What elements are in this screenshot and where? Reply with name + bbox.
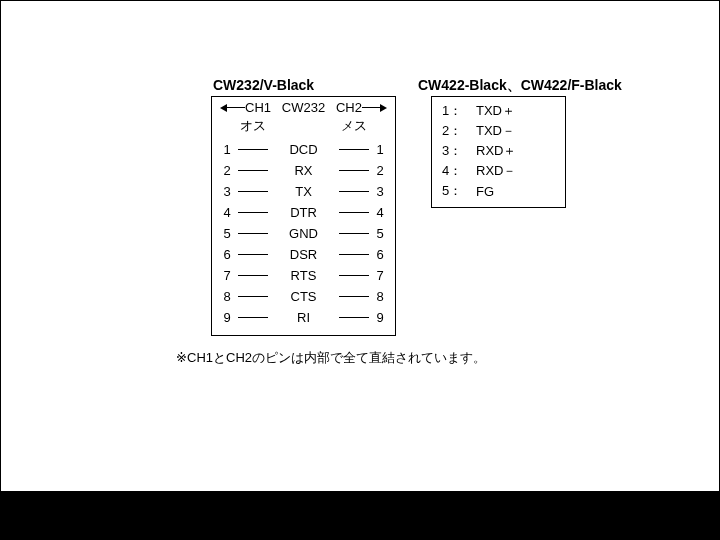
pin-key: 5： bbox=[442, 182, 476, 200]
wire-icon bbox=[238, 233, 268, 234]
signal-name: TXD＋ bbox=[476, 102, 515, 120]
pin-right: 1 bbox=[373, 142, 387, 157]
title-cw232: CW232/V-Black bbox=[213, 77, 314, 93]
pin-left: 8 bbox=[220, 289, 234, 304]
wire-icon bbox=[238, 212, 268, 213]
ch1-label: CH1 bbox=[245, 100, 271, 115]
pin-left: 5 bbox=[220, 226, 234, 241]
pin-key: 1： bbox=[442, 102, 476, 120]
female-label: メス bbox=[341, 117, 367, 135]
ch2-label: CH2 bbox=[336, 100, 362, 115]
wire-icon bbox=[339, 275, 369, 276]
pin-row: 3：RXD＋ bbox=[442, 141, 555, 161]
pin-row: 6DSR6 bbox=[220, 244, 387, 265]
pinout-box-cw232: CH1 CW232 CH2 オス メス 1DCD12RX23TX34DTR45G… bbox=[211, 96, 396, 336]
wire-icon bbox=[238, 275, 268, 276]
signal-name: GND bbox=[286, 226, 321, 241]
pin-row: 2：TXD－ bbox=[442, 121, 555, 141]
wire-icon bbox=[238, 254, 268, 255]
wire-icon bbox=[339, 296, 369, 297]
wire-icon bbox=[339, 149, 369, 150]
pin-row: 3TX3 bbox=[220, 181, 387, 202]
title-cw422: CW422-Black、CW422/F-Black bbox=[418, 77, 622, 95]
pin-right: 9 bbox=[373, 310, 387, 325]
pin-right: 5 bbox=[373, 226, 387, 241]
signal-name: DCD bbox=[286, 142, 320, 157]
pin-right: 8 bbox=[373, 289, 387, 304]
pin-left: 4 bbox=[220, 205, 234, 220]
pin-left: 2 bbox=[220, 163, 234, 178]
wire-icon bbox=[339, 191, 369, 192]
pin-left: 9 bbox=[220, 310, 234, 325]
pin-row: 5GND5 bbox=[220, 223, 387, 244]
pin-left: 3 bbox=[220, 184, 234, 199]
male-label: オス bbox=[240, 117, 266, 135]
signal-name: RXD－ bbox=[476, 162, 516, 180]
pin-row: 1DCD1 bbox=[220, 139, 387, 160]
wire-icon bbox=[339, 212, 369, 213]
pin-row: 1：TXD＋ bbox=[442, 101, 555, 121]
pin-row: 9RI9 bbox=[220, 307, 387, 328]
signal-name: RI bbox=[294, 310, 313, 325]
wire-icon bbox=[238, 296, 268, 297]
pin-list: 1DCD12RX23TX34DTR45GND56DSR67RTS78CTS89R… bbox=[212, 139, 395, 334]
signal-name: CTS bbox=[288, 289, 320, 304]
pin-row: 4DTR4 bbox=[220, 202, 387, 223]
arrow-right-icon: CH2 bbox=[336, 100, 387, 115]
pin-key: 4： bbox=[442, 162, 476, 180]
pin-right: 7 bbox=[373, 268, 387, 283]
signal-name: RTS bbox=[288, 268, 320, 283]
channel-header: CH1 CW232 CH2 bbox=[212, 97, 395, 115]
wire-icon bbox=[339, 254, 369, 255]
pin-row: 4：RXD－ bbox=[442, 161, 555, 181]
wire-icon bbox=[238, 191, 268, 192]
signal-name: DSR bbox=[287, 247, 320, 262]
pin-key: 3： bbox=[442, 142, 476, 160]
signal-name: TXD－ bbox=[476, 122, 515, 140]
diagram-sheet: CW232/V-Black CW422-Black、CW422/F-Black … bbox=[1, 1, 719, 491]
pin-row: 8CTS8 bbox=[220, 286, 387, 307]
pin-right: 6 bbox=[373, 247, 387, 262]
signal-name: RX bbox=[291, 163, 315, 178]
wire-icon bbox=[339, 170, 369, 171]
wire-icon bbox=[238, 317, 268, 318]
pinout-box-cw422: 1：TXD＋2：TXD－3：RXD＋4：RXD－5：FG bbox=[431, 96, 566, 208]
wire-icon bbox=[339, 233, 369, 234]
pin-row: 5：FG bbox=[442, 181, 555, 201]
pin-row: 2RX2 bbox=[220, 160, 387, 181]
pin-left: 1 bbox=[220, 142, 234, 157]
device-label: CW232 bbox=[282, 100, 325, 115]
wire-icon bbox=[339, 317, 369, 318]
pin-right: 2 bbox=[373, 163, 387, 178]
signal-name: FG bbox=[476, 184, 494, 199]
pin-left: 7 bbox=[220, 268, 234, 283]
wire-icon bbox=[238, 149, 268, 150]
gender-row: オス メス bbox=[212, 115, 395, 139]
pin-left: 6 bbox=[220, 247, 234, 262]
pin-row: 7RTS7 bbox=[220, 265, 387, 286]
signal-name: DTR bbox=[287, 205, 320, 220]
pin-right: 3 bbox=[373, 184, 387, 199]
pin-key: 2： bbox=[442, 122, 476, 140]
wire-icon bbox=[238, 170, 268, 171]
footnote: ※CH1とCH2のピンは内部で全て直結されています。 bbox=[176, 349, 486, 367]
pin-right: 4 bbox=[373, 205, 387, 220]
signal-name: RXD＋ bbox=[476, 142, 516, 160]
arrow-left-icon: CH1 bbox=[220, 100, 271, 115]
signal-name: TX bbox=[292, 184, 315, 199]
